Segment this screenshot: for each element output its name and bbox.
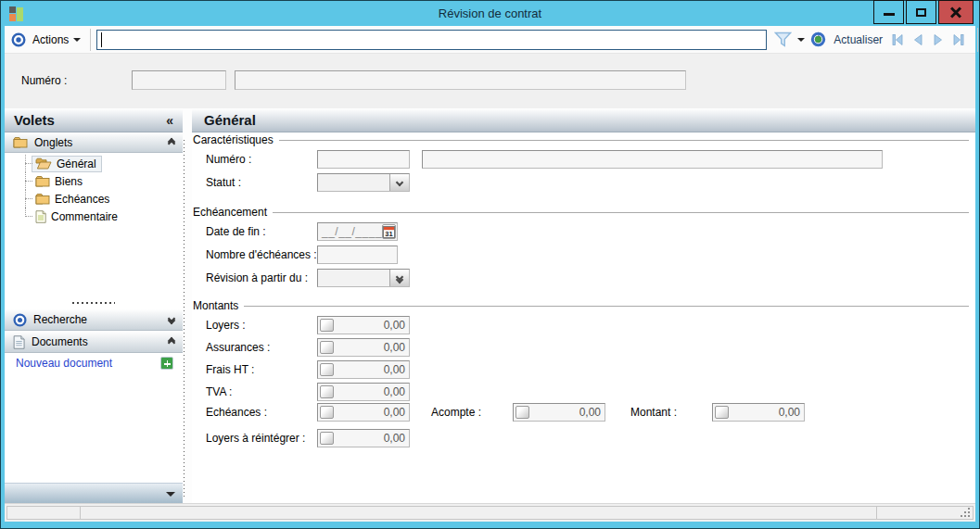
filter-icon[interactable] [774, 31, 792, 47]
statut-select[interactable] [317, 173, 410, 192]
refresh-icon[interactable] [810, 31, 826, 47]
group-divider [244, 306, 969, 307]
amount-value: 0,00 [334, 432, 407, 445]
sidebar-section-onglets[interactable]: Onglets [5, 132, 183, 153]
titlebar: Révision de contrat [1, 1, 979, 26]
assurances-field[interactable]: 0,00 [317, 338, 410, 357]
montant-label: Montant : [630, 406, 712, 419]
sidebar-spacer [5, 225, 183, 297]
tree-item-label: Echéances [55, 193, 109, 206]
amount-value: 0,00 [334, 319, 407, 332]
chevron-down-icon [73, 38, 81, 42]
revision-select[interactable] [317, 269, 410, 287]
toolbar: Actions Actualiser [5, 26, 975, 54]
search-input[interactable] [96, 30, 767, 50]
calc-button[interactable] [320, 406, 334, 419]
sidebar-footer[interactable] [5, 483, 183, 503]
calc-button[interactable] [320, 432, 334, 445]
nav-prev-icon[interactable] [910, 32, 925, 47]
new-document-link[interactable]: Nouveau document [16, 357, 112, 370]
selected-tree-node[interactable]: Général [32, 156, 102, 172]
nb-echeances-field[interactable] [317, 246, 398, 264]
tree-item-label: Commentaire [51, 210, 118, 223]
nav-first-icon[interactable] [890, 32, 905, 47]
actions-button[interactable]: Actions [32, 33, 81, 46]
calc-button[interactable] [320, 363, 334, 376]
tree-item-general[interactable]: Général [5, 155, 183, 172]
maximize-button[interactable] [906, 0, 936, 24]
tva-label: TVA : [206, 385, 317, 398]
tree-item-label: Général [57, 157, 96, 170]
loyers-reintegrer-label: Loyers à réintégrer : [206, 432, 317, 445]
collapse-sidebar-icon[interactable]: « [166, 113, 173, 128]
panel-splitter[interactable] [183, 108, 192, 503]
nav-last-icon[interactable] [951, 32, 966, 47]
section-label: Onglets [34, 136, 162, 149]
body: Volets « Onglets [5, 108, 975, 503]
chevron-double-down-icon[interactable] [169, 318, 174, 321]
sidebar-splitter[interactable] [5, 297, 183, 309]
loyers-label: Loyers : [206, 319, 317, 332]
echeances-field[interactable]: 0,00 [317, 403, 410, 422]
main-header: Général [192, 108, 975, 132]
chevron-double-up-icon[interactable] [169, 141, 174, 145]
loyers-field[interactable]: 0,00 [317, 316, 410, 334]
montant-field[interactable]: 0,00 [712, 403, 805, 422]
tabs-tree: Général Biens [5, 153, 183, 225]
loyers-reintegrer-field[interactable]: 0,00 [317, 429, 410, 447]
filter-dropdown-icon[interactable] [797, 38, 805, 42]
resize-grip-icon[interactable] [959, 506, 970, 517]
calendar-picker-button[interactable]: 31 [382, 224, 396, 239]
close-button[interactable] [938, 0, 974, 24]
chevron-down-icon[interactable] [389, 174, 409, 191]
folder-icon [35, 175, 50, 187]
maximize-icon [916, 8, 926, 17]
chevron-double-down-icon[interactable] [389, 270, 409, 286]
add-document-icon[interactable] [160, 357, 173, 370]
group-caracteristiques: Caractéristiques Numéro : Statut : [192, 132, 969, 192]
record-header: Numéro : [5, 54, 975, 108]
actions-target-icon [11, 32, 26, 47]
section-label: Recherche [33, 313, 162, 326]
tree-item-commentaire[interactable]: Commentaire [5, 208, 183, 225]
sidebar: Volets « Onglets [5, 108, 183, 503]
numero-field-2[interactable] [422, 150, 883, 169]
group-label: Echéancement [192, 206, 267, 219]
calc-button[interactable] [715, 406, 729, 419]
acompte-label: Acompte : [431, 406, 513, 419]
status-cell [6, 506, 81, 520]
date-fin-field[interactable]: __/__/____ 31 [317, 222, 398, 241]
sidebar-section-recherche[interactable]: Recherche [5, 309, 183, 331]
app-area: Actions Actualiser [5, 26, 975, 522]
main-content: Caractéristiques Numéro : Statut : [192, 132, 975, 503]
calc-button[interactable] [515, 406, 529, 419]
status-cell [877, 506, 974, 520]
numero-input-1[interactable] [132, 70, 226, 90]
sidebar-section-documents[interactable]: Documents [5, 331, 183, 353]
folder-open-icon [35, 157, 52, 170]
sidebar-title-bar: Volets « [5, 108, 183, 132]
chevron-down-icon [166, 492, 175, 497]
tva-field[interactable]: 0,00 [317, 383, 410, 401]
chevron-double-up-icon[interactable] [169, 340, 174, 344]
calc-button[interactable] [320, 385, 334, 398]
numero-field-1[interactable] [317, 150, 410, 169]
numero-input-2[interactable] [235, 70, 686, 90]
echeances-label: Echéances : [206, 406, 317, 419]
calc-button[interactable] [320, 319, 334, 332]
main-panel: Général Caractéristiques Numéro : [192, 108, 975, 503]
amount-value: 0,00 [334, 341, 407, 354]
minimize-button[interactable] [873, 0, 904, 24]
amount-value: 0,00 [529, 406, 603, 419]
acompte-field[interactable]: 0,00 [513, 403, 605, 422]
refresh-label[interactable]: Actualiser [834, 33, 883, 46]
tree-item-biens[interactable]: Biens [5, 172, 183, 190]
document-icon [35, 210, 46, 223]
frais-ht-field[interactable]: 0,00 [317, 360, 410, 379]
nav-next-icon[interactable] [931, 32, 946, 47]
calc-button[interactable] [320, 341, 334, 354]
sidebar-title: Volets [14, 112, 55, 128]
tree-item-echeances[interactable]: Echéances [5, 190, 183, 208]
close-icon [950, 6, 961, 18]
group-label: Caractéristiques [192, 133, 274, 146]
